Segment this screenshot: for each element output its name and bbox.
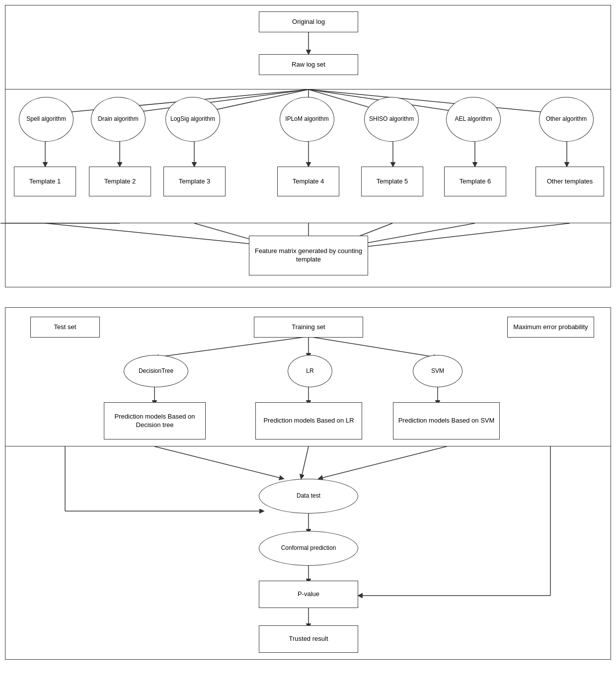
- svg-line-28: [308, 337, 438, 357]
- template6-node: Template 6: [444, 167, 506, 196]
- conformal-node: Conformal prediction: [259, 531, 358, 566]
- test-set-node: Test set: [30, 317, 100, 338]
- other-algo-node: Other algorithm: [539, 97, 594, 142]
- template2-node: Template 2: [89, 167, 151, 196]
- template5-node: Template 5: [361, 167, 423, 196]
- shiso-node: SHISO algorithm: [364, 97, 419, 142]
- max-error-node: Maximum error probability: [507, 317, 594, 338]
- raw-log-set-node: Raw log set: [259, 54, 358, 75]
- ael-node: AEL algorithm: [446, 97, 501, 142]
- pvalue-node: P-value: [259, 581, 358, 608]
- drain-node: Drain algorithm: [91, 97, 146, 142]
- feature-matrix-node: Feature matrix generated by counting tem…: [249, 236, 368, 275]
- svg-line-33: [154, 446, 284, 479]
- lr-node: LR: [288, 355, 332, 387]
- svg-line-35: [318, 446, 447, 479]
- other-templates-node: Other templates: [536, 167, 604, 196]
- section-2: Spell algorithm Drain algorithm LogSig a…: [5, 89, 611, 223]
- svg-line-24: [353, 223, 570, 248]
- section-4: Test set Training set Maximum error prob…: [5, 307, 611, 446]
- template3-node: Template 3: [163, 167, 226, 196]
- section-5: Data test Conformal prediction P-value T…: [5, 446, 611, 660]
- svg-line-26: [154, 337, 308, 357]
- svg-line-34: [301, 446, 308, 479]
- data-test-node: Data test: [259, 479, 358, 514]
- pred-dt-node: Prediction models Based on Decision tree: [104, 402, 206, 439]
- section-1: Original log Raw log set: [5, 5, 611, 89]
- spell-node: Spell algorithm: [19, 97, 74, 142]
- original-log-node: Original log: [259, 11, 358, 32]
- iplom-node: IPLoM algorithm: [280, 97, 334, 142]
- svm-node: SVM: [413, 355, 462, 387]
- decision-tree-node: DecisionTree: [124, 355, 188, 387]
- svg-line-9: [308, 89, 567, 114]
- diagram-container: Original log Raw log set: [5, 5, 611, 660]
- template4-node: Template 4: [277, 167, 339, 196]
- template1-node: Template 1: [14, 167, 76, 196]
- logsig-node: LogSig algorithm: [165, 97, 220, 142]
- trusted-result-node: Trusted result: [259, 625, 358, 653]
- pred-lr-node: Prediction models Based on LR: [255, 402, 362, 439]
- pred-svm-node: Prediction models Based on SVM: [393, 402, 500, 439]
- training-set-node: Training set: [254, 317, 363, 338]
- gap: [5, 287, 611, 297]
- section-3: Feature matrix generated by counting tem…: [5, 223, 611, 287]
